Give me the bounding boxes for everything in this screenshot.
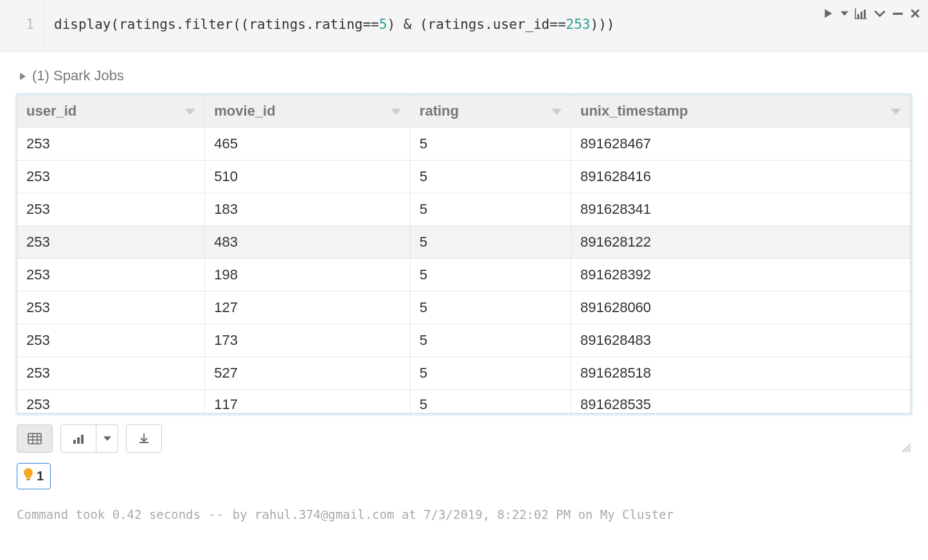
footer-separator: -- [201,507,233,521]
table-cell: 5 [410,390,571,414]
column-header[interactable]: rating [410,95,571,128]
table-row[interactable]: 2531175891628535 [17,390,911,414]
code-segment: display(ratings.filter((ratings.rating== [54,17,379,32]
table-cell: 173 [205,324,411,357]
svg-rect-1 [861,12,862,18]
column-header[interactable]: movie_id [205,95,411,128]
result-table: user_idmovie_idratingunix_timestamp 2534… [17,95,911,414]
svg-rect-3 [893,13,902,15]
chevron-down-icon[interactable] [874,9,886,18]
chart-dropdown-button[interactable] [96,424,118,453]
column-header[interactable]: user_id [17,95,205,128]
footer-by-label: by [233,507,254,521]
svg-rect-7 [81,435,84,444]
tips-row: 1 [8,457,920,493]
table-row[interactable]: 2531735891628483 [17,324,911,357]
table-cell: 483 [205,226,411,259]
bar-chart-icon[interactable] [855,8,868,19]
table-cell: 5 [410,357,571,390]
footer-prefix: Command took [17,507,112,521]
table-cell: 5 [410,128,571,161]
execution-footer: Command took 0.42 seconds -- by rahul.37… [8,493,920,536]
table-row[interactable]: 2535275891628518 [17,357,911,390]
table-row[interactable]: 2531985891628392 [17,259,911,292]
close-icon[interactable] [910,8,920,19]
table-row[interactable]: 2531275891628060 [17,292,911,324]
column-header-label: rating [420,103,459,119]
resize-grip-icon[interactable] [900,441,911,455]
table-cell: 891628518 [571,357,910,390]
tip-count: 1 [37,469,44,484]
svg-rect-8 [26,478,30,480]
chevron-right-icon: ▶ [20,70,26,82]
table-row[interactable]: 2534835891628122 [17,226,911,259]
run-icon[interactable] [823,8,834,19]
table-cell: 527 [205,357,411,390]
code-cell: 1 display(ratings.filter((ratings.rating… [0,0,928,52]
table-cell: 891628122 [571,226,910,259]
table-cell: 891628467 [571,128,910,161]
table-cell: 510 [205,161,411,193]
table-cell: 198 [205,259,411,292]
table-cell: 5 [410,226,571,259]
table-cell: 891628535 [571,390,910,414]
tip-badge[interactable]: 1 [17,463,51,489]
footer-duration: 0.42 seconds [112,507,201,521]
svg-rect-2 [864,10,866,18]
spark-jobs-toggle[interactable]: ▶ (1) Spark Jobs [8,52,920,94]
footer-user: rahul.374@gmail.com [254,507,394,521]
footer-at-label: at [394,507,424,521]
table-cell: 891628416 [571,161,910,193]
svg-rect-5 [73,440,76,444]
sort-caret-icon[interactable] [185,103,195,119]
footer-cluster: My Cluster [600,507,674,521]
result-table-container: user_idmovie_idratingunix_timestamp 2534… [17,94,911,414]
table-row[interactable]: 2531835891628341 [17,193,911,226]
sort-caret-icon[interactable] [391,103,401,119]
table-cell: 127 [205,292,411,324]
chart-view-button[interactable] [60,424,96,453]
table-row[interactable]: 2535105891628416 [17,161,911,193]
svg-rect-6 [77,437,80,444]
sort-caret-icon[interactable] [551,103,562,119]
table-cell: 253 [17,226,205,259]
table-cell: 117 [205,390,411,414]
table-cell: 891628483 [571,324,910,357]
column-header-label: movie_id [214,103,275,119]
table-cell: 5 [410,193,571,226]
svg-rect-0 [857,14,859,18]
table-cell: 253 [17,324,205,357]
table-cell: 891628392 [571,259,910,292]
table-cell: 891628341 [571,193,910,226]
table-header-row: user_idmovie_idratingunix_timestamp [17,95,911,128]
download-button[interactable] [126,424,162,453]
column-header[interactable]: unix_timestamp [571,95,910,128]
code-number: 5 [379,17,388,32]
minimize-icon[interactable] [892,8,904,19]
table-cell: 891628060 [571,292,910,324]
code-number: 253 [566,17,591,32]
chevron-down-icon[interactable] [841,10,848,17]
code-segment: ))) [590,17,614,32]
cell-actions [823,8,920,19]
column-header-label: unix_timestamp [580,103,688,119]
column-header-label: user_id [26,103,76,119]
spark-jobs-label: (1) Spark Jobs [32,67,124,84]
table-cell: 253 [17,259,205,292]
table-view-button[interactable] [17,424,53,453]
table-row[interactable]: 2534655891628467 [17,128,911,161]
table-cell: 253 [17,161,205,193]
table-cell: 465 [205,128,411,161]
line-number: 1 [26,17,34,32]
sort-caret-icon[interactable] [891,103,901,119]
table-cell: 5 [410,324,571,357]
code-editor[interactable]: display(ratings.filter((ratings.rating==… [44,0,928,51]
code-segment: ) & (ratings.user_id== [387,17,566,32]
lightbulb-icon [22,468,34,485]
table-cell: 5 [410,259,571,292]
table-cell: 5 [410,161,571,193]
table-cell: 253 [17,357,205,390]
chart-view-group [60,424,118,453]
table-cell: 253 [17,128,205,161]
result-toolbar [8,414,920,457]
